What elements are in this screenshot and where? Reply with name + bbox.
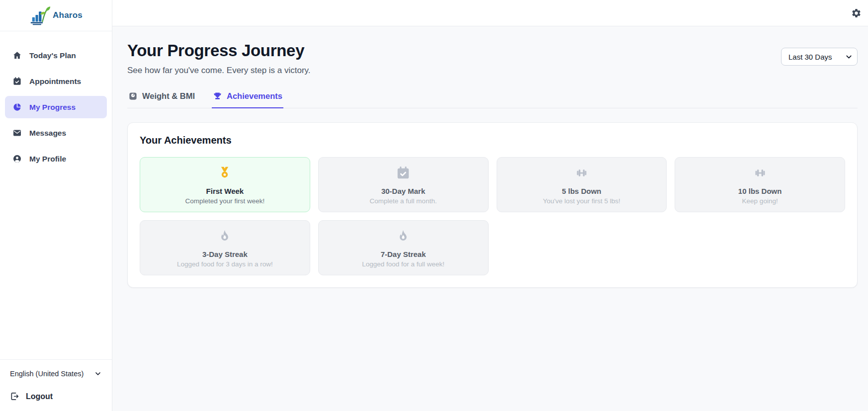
calendar-check-icon xyxy=(12,77,22,86)
page-subtitle: See how far you've come. Every step is a… xyxy=(127,66,311,76)
achievement-card-30-day-mark: 30-Day MarkComplete a full month. xyxy=(318,157,489,212)
trophy-icon xyxy=(213,91,222,101)
gear-icon[interactable] xyxy=(851,8,862,18)
achievement-card-5-lbs-down: 5 lbs DownYou've lost your first 5 lbs! xyxy=(497,157,667,212)
logout-label: Logout xyxy=(26,392,53,401)
achievement-description: Complete a full month. xyxy=(325,197,482,205)
achievement-description: Completed your first week! xyxy=(146,197,304,205)
language-selector[interactable]: English (United States) xyxy=(0,365,112,383)
sidebar-nav: Today's PlanAppointmentsMy ProgressMessa… xyxy=(0,31,112,170)
flame-icon xyxy=(217,228,232,244)
chevron-down-icon xyxy=(94,370,102,378)
achievements-grid: First WeekCompleted your first week!30-D… xyxy=(140,157,845,275)
content: Your Progress Journey See how far you've… xyxy=(112,26,868,411)
achievement-title: 7-Day Streak xyxy=(325,250,482,258)
home-icon xyxy=(12,51,22,60)
medal-icon xyxy=(217,165,232,181)
logout-icon xyxy=(10,392,19,401)
language-label: English (United States) xyxy=(10,370,84,378)
tab-weight-bmi[interactable]: Weight & BMI xyxy=(127,91,196,108)
pie-chart-icon xyxy=(12,102,22,112)
sidebar: Aharos Today's PlanAppointmentsMy Progre… xyxy=(0,0,112,411)
main-area: Your Progress Journey See how far you've… xyxy=(112,0,868,411)
achievement-card-7-day-streak: 7-Day StreakLogged food for a full week! xyxy=(318,220,489,275)
time-range-select-wrap: Last 30 Days xyxy=(781,48,858,66)
dumbbell-icon xyxy=(753,165,768,181)
time-range-select[interactable]: Last 30 Days xyxy=(781,48,858,66)
page-title: Your Progress Journey xyxy=(127,41,311,60)
logout-button[interactable]: Logout xyxy=(0,383,112,403)
tab-label: Weight & BMI xyxy=(142,91,195,101)
scale-icon xyxy=(128,91,138,101)
achievement-title: 30-Day Mark xyxy=(325,187,482,195)
calendar-check-icon xyxy=(396,165,411,181)
sidebar-item-my-progress[interactable]: My Progress xyxy=(5,96,107,118)
achievement-description: Logged food for 3 days in a row! xyxy=(146,260,304,268)
dumbbell-icon xyxy=(574,165,589,181)
aharos-logo[interactable]: Aharos xyxy=(0,0,112,31)
achievement-title: 5 lbs Down xyxy=(503,187,661,195)
achievement-card-10-lbs-down: 10 lbs DownKeep going! xyxy=(675,157,845,212)
brand-text: Aharos xyxy=(53,10,83,20)
sidebar-item-appointments[interactable]: Appointments xyxy=(5,70,107,92)
sidebar-item-today-s-plan[interactable]: Today's Plan xyxy=(5,44,107,67)
tab-achievements[interactable]: Achievements xyxy=(212,91,283,108)
user-circle-icon xyxy=(12,154,22,164)
flame-icon xyxy=(396,228,411,244)
achievement-title: 3-Day Streak xyxy=(146,250,304,258)
aharos-logo-icon xyxy=(29,5,52,26)
achievements-panel: Your Achievements First WeekCompleted yo… xyxy=(127,122,858,288)
achievement-card-3-day-streak: 3-Day StreakLogged food for 3 days in a … xyxy=(140,220,310,275)
sidebar-footer: English (United States) Logout xyxy=(0,359,112,411)
sidebar-item-label: Appointments xyxy=(29,77,81,86)
tab-label: Achievements xyxy=(227,91,282,101)
topbar xyxy=(112,0,868,26)
sidebar-item-label: My Progress xyxy=(29,103,76,112)
achievement-title: First Week xyxy=(146,187,304,195)
achievement-description: You've lost your first 5 lbs! xyxy=(503,197,661,205)
sidebar-item-label: Today's Plan xyxy=(29,51,76,60)
sidebar-item-label: Messages xyxy=(29,129,66,138)
achievement-card-first-week: First WeekCompleted your first week! xyxy=(140,157,310,212)
tab-bar: Weight & BMIAchievements xyxy=(127,91,858,108)
achievement-title: 10 lbs Down xyxy=(681,187,839,195)
mail-icon xyxy=(12,128,22,138)
achievement-description: Logged food for a full week! xyxy=(325,260,482,268)
achievements-section-title: Your Achievements xyxy=(140,135,845,146)
sidebar-item-my-profile[interactable]: My Profile xyxy=(5,148,107,170)
sidebar-item-messages[interactable]: Messages xyxy=(5,122,107,144)
sidebar-item-label: My Profile xyxy=(29,155,66,164)
achievement-description: Keep going! xyxy=(681,197,839,205)
